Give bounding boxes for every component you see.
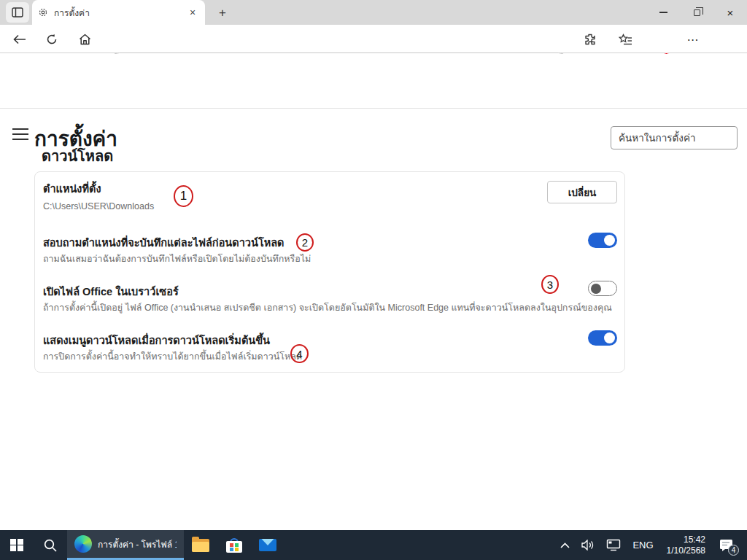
mail-icon — [259, 539, 276, 551]
taskbar-window-title: การตั้งค่า - โพรไฟล์ 1 ... — [98, 537, 177, 551]
taskbar-edge-window[interactable]: การตั้งค่า - โพรไฟล์ 1 ... — [67, 530, 184, 560]
search-icon — [43, 538, 58, 553]
back-icon — [13, 34, 26, 44]
tab-actions-button[interactable] — [6, 2, 29, 23]
chevron-up-icon — [560, 542, 570, 548]
tab-title: การตั้งค่า — [54, 6, 186, 20]
setting-downloads-menu-title: แสดงเมนูดาวน์โหลดเมื่อการดาวน์โหลดเริ่มต… — [43, 332, 270, 349]
tray-language-button[interactable]: ENG — [627, 530, 659, 560]
windows-logo-icon — [10, 539, 23, 552]
minimize-icon — [659, 12, 667, 12]
window-close-button[interactable]: × — [713, 0, 747, 25]
toggle-office-files[interactable] — [588, 281, 617, 296]
file-explorer-icon — [192, 539, 209, 552]
window-restore-button[interactable] — [680, 0, 713, 25]
ellipsis-icon: ⋯ — [687, 33, 700, 47]
new-tab-button[interactable]: + — [213, 5, 232, 21]
system-tray: ENG 15:42 1/10/2568 4 — [554, 530, 747, 560]
setting-ask-save-title: สอบถามตำแหน่งที่จะบันทึกแต่ละไฟล์ก่อนดาว… — [43, 234, 285, 251]
start-button[interactable] — [0, 530, 34, 560]
menu-button[interactable] — [12, 128, 28, 140]
taskbar-search-button[interactable] — [34, 530, 67, 560]
close-icon: × — [727, 7, 734, 18]
tab-strip: การตั้งค่า × + × — [0, 0, 747, 25]
setting-ask-save-subtitle: ถามฉันเสมอว่าฉันต้องการบันทึกไฟล์หรือเปิ… — [43, 252, 311, 266]
setting-office-title: เปิดไฟล์ Office ในเบราว์เซอร์ — [43, 283, 179, 300]
home-icon — [79, 34, 91, 45]
setting-downloads-menu-subtitle: การปิดการตั้งค่านี้อาจทำให้ทราบได้ยากขึ้… — [43, 349, 302, 364]
speaker-icon — [581, 540, 595, 551]
refresh-button[interactable] — [42, 29, 62, 50]
refresh-icon — [46, 34, 58, 45]
extensions-button[interactable] — [580, 29, 600, 50]
window-minimize-button[interactable] — [646, 0, 680, 25]
notification-count-badge: 4 — [728, 545, 739, 556]
toggle-ask-save[interactable] — [588, 233, 617, 248]
favorites-hub-button[interactable] — [615, 29, 635, 50]
annotation-circle-1: 1 — [174, 185, 193, 207]
extensions-icon — [584, 33, 597, 46]
browser-toolbar: Edge | edge://settings/downloads ⋯ — [0, 25, 747, 53]
tray-date: 1/10/2568 — [667, 545, 705, 556]
tray-clock[interactable]: 15:42 1/10/2568 — [659, 534, 713, 556]
browser-tab-settings[interactable]: การตั้งค่า × — [32, 0, 205, 25]
tray-time: 15:42 — [667, 534, 705, 545]
store-icon — [226, 538, 242, 553]
tray-volume-button[interactable] — [576, 530, 600, 560]
annotation-circle-3: 3 — [541, 275, 559, 294]
window-controls: × — [646, 0, 747, 25]
restore-icon — [694, 9, 700, 16]
home-button[interactable] — [74, 29, 95, 50]
windows-taskbar: การตั้งค่า - โพรไฟล์ 1 ... ENG 15:42 1/1… — [0, 530, 747, 560]
annotation-circle-4: 4 — [290, 344, 309, 363]
taskbar-file-explorer[interactable] — [184, 530, 217, 560]
edge-logo-icon — [74, 535, 92, 553]
tab-close-icon[interactable]: × — [186, 6, 199, 19]
action-center-button[interactable]: 4 — [713, 530, 745, 560]
setting-office-subtitle: ถ้าการตั้งค่านี้เปิดอยู่ ไฟล์ Office (งา… — [43, 300, 612, 315]
setting-location-path: C:\Users\USER\Downloads — [43, 201, 154, 211]
toggle-downloads-menu[interactable] — [588, 330, 617, 346]
tray-network-button[interactable] — [600, 530, 627, 560]
section-title-downloads: ดาวน์โหลด — [42, 144, 113, 168]
settings-search-input[interactable] — [611, 126, 738, 149]
back-button[interactable] — [9, 29, 30, 50]
gear-icon — [38, 7, 48, 18]
tray-chevron-button[interactable] — [554, 530, 576, 560]
taskbar-mail[interactable] — [251, 530, 285, 560]
favorites-list-icon — [619, 34, 632, 46]
annotation-circle-2: 2 — [296, 233, 314, 252]
settings-more-button[interactable]: ⋯ — [683, 29, 703, 50]
settings-header: การตั้งค่า — [0, 54, 747, 109]
setting-location-title: ตำแหน่งที่ตั้ง — [43, 180, 101, 197]
ethernet-icon — [606, 539, 621, 551]
change-location-button[interactable]: เปลี่ยน — [547, 181, 617, 203]
taskbar-microsoft-store[interactable] — [217, 530, 251, 560]
